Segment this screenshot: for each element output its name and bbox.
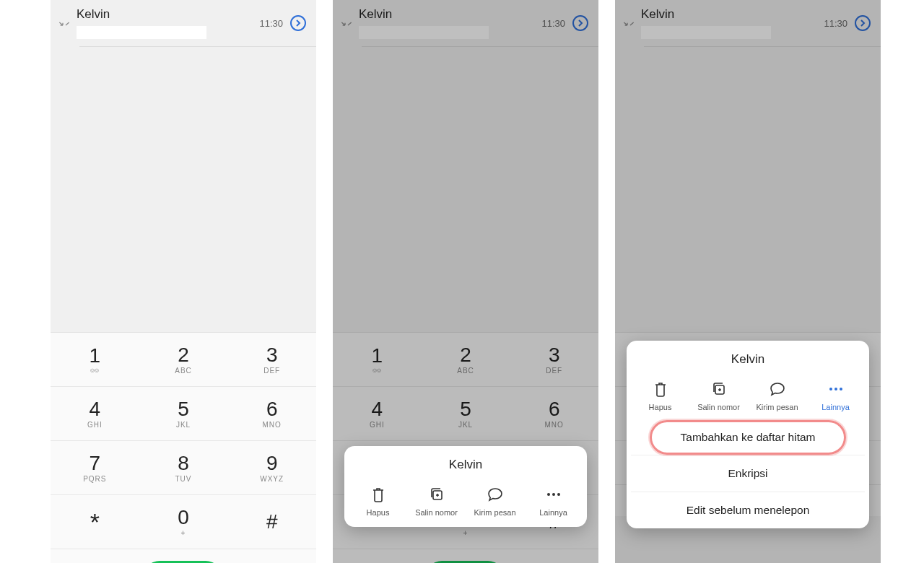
svg-point-9 <box>834 388 837 390</box>
message-icon <box>487 485 504 504</box>
key-2[interactable]: 2ABC <box>422 333 510 386</box>
svg-point-4 <box>552 493 555 496</box>
call-log-entry[interactable]: Kelvin 11:30 <box>615 0 881 46</box>
sheet-title: Kelvin <box>349 458 583 472</box>
message-icon <box>769 380 786 398</box>
call-log-entry[interactable]: Kelvin 11:30 <box>51 0 316 46</box>
missed-call-icon <box>339 19 354 31</box>
copy-icon <box>711 380 727 398</box>
call-log-time: 11:30 <box>259 18 283 29</box>
key-4[interactable]: 4GHI <box>51 387 139 440</box>
key-4[interactable]: 4GHI <box>333 387 422 440</box>
screenshot-step-1: Kelvin 11:30 1⌾⌾ 2ABC 3DEF 4GHI 5JKL 6MN… <box>51 0 316 563</box>
sheet-more[interactable]: Lainnya <box>806 377 865 414</box>
more-icon <box>828 380 844 398</box>
copy-icon <box>429 485 445 504</box>
menu-add-blacklist[interactable]: Tambahkan ke daftar hitam <box>650 420 846 455</box>
call-detail-button[interactable] <box>290 15 306 31</box>
missed-call-icon <box>56 19 72 31</box>
key-3[interactable]: 3DEF <box>510 333 598 386</box>
key-6[interactable]: 6MNO <box>510 387 598 440</box>
call-log-name: Kelvin <box>359 7 541 22</box>
key-hash[interactable]: # <box>227 495 316 549</box>
key-0[interactable]: 0+ <box>139 495 228 549</box>
call-log-entry[interactable]: Kelvin 11:30 <box>333 0 598 46</box>
call-detail-button[interactable] <box>855 15 871 31</box>
redacted-number <box>359 26 489 39</box>
sheet-send-message[interactable]: Kirim pesan <box>466 482 524 520</box>
missed-call-icon <box>621 19 637 31</box>
sheet-title: Kelvin <box>631 352 865 367</box>
key-1[interactable]: 1⌾⌾ <box>51 333 139 386</box>
svg-point-8 <box>829 388 832 390</box>
sheet-send-message[interactable]: Kirim pesan <box>748 377 806 414</box>
key-8[interactable]: 8TUV <box>139 441 228 494</box>
key-7[interactable]: 7PQRS <box>51 441 139 494</box>
call-detail-button[interactable] <box>572 15 588 31</box>
menu-encrypt[interactable]: Enkripsi <box>631 455 865 492</box>
screenshot-step-3: Kelvin 11:30 1⌾⌾ 2ABC 3DEF 4GHI 5JKL 6MN… <box>615 0 881 563</box>
key-2[interactable]: 2ABC <box>139 333 228 386</box>
action-sheet-expanded: Kelvin Hapus Salin nomor Kirim pesan Lai… <box>627 341 869 528</box>
more-icon <box>546 485 562 504</box>
sheet-copy-number[interactable]: Salin nomor <box>407 482 466 520</box>
divider <box>79 46 316 47</box>
key-1[interactable]: 1⌾⌾ <box>333 333 422 386</box>
key-6[interactable]: 6MNO <box>227 387 316 440</box>
sheet-copy-number[interactable]: Salin nomor <box>689 377 748 414</box>
trash-icon <box>371 485 385 504</box>
call-log-time: 11:30 <box>541 18 565 29</box>
svg-point-5 <box>557 493 560 496</box>
sheet-delete[interactable]: Hapus <box>349 482 407 520</box>
dial-keypad: 1⌾⌾ 2ABC 3DEF 4GHI 5JKL 6MNO 7PQRS 8TUV … <box>51 332 316 563</box>
sheet-more[interactable]: Lainnya <box>524 482 583 520</box>
trash-icon <box>653 380 668 398</box>
key-9[interactable]: 9WXYZ <box>227 441 316 494</box>
key-5[interactable]: 5JKL <box>422 387 510 440</box>
redacted-number <box>77 26 206 39</box>
screenshot-step-2: Kelvin 11:30 1⌾⌾ 2ABC 3DEF 4GHI 5JKL 6MN… <box>333 0 598 563</box>
svg-point-10 <box>840 388 842 390</box>
action-sheet: Kelvin Hapus Salin nomor Kirim pesan Lai… <box>344 446 587 527</box>
menu-edit-before-call[interactable]: Edit sebelum menelepon <box>631 492 865 528</box>
key-star[interactable]: * <box>51 495 139 549</box>
voicemail-icon: ⌾⌾ <box>90 366 99 374</box>
call-log-name: Kelvin <box>77 7 259 22</box>
call-log-area: Kelvin 11:30 <box>51 0 316 332</box>
key-5[interactable]: 5JKL <box>139 387 228 440</box>
svg-point-3 <box>547 493 550 496</box>
key-3[interactable]: 3DEF <box>227 333 316 386</box>
sheet-delete[interactable]: Hapus <box>631 377 689 414</box>
